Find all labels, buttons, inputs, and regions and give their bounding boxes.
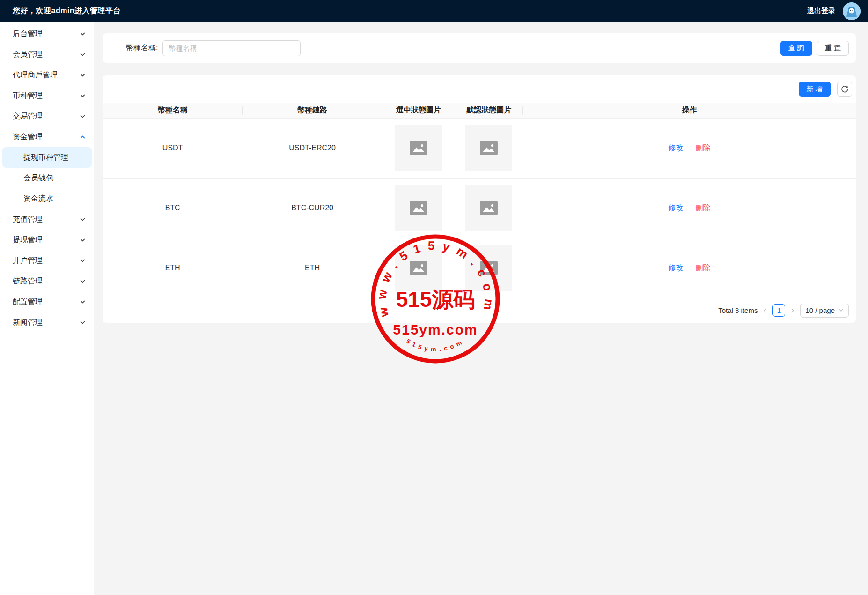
chevron-down-icon bbox=[80, 52, 86, 58]
chevron-left-icon[interactable] bbox=[762, 308, 768, 313]
refresh-button[interactable] bbox=[837, 82, 852, 97]
chevron-down-icon bbox=[80, 237, 86, 243]
image-placeholder-icon bbox=[410, 201, 427, 215]
cell-currency-chain: ETH bbox=[243, 238, 382, 298]
main-content: 幣種名稱: 查 詢 重 置 新 增 幣種名稱 幣種鏈路 選中狀態圖片 bbox=[94, 22, 868, 595]
cell-currency-name: BTC bbox=[103, 178, 243, 238]
currency-table: 幣種名稱 幣種鏈路 選中狀態圖片 默認狀態圖片 操作 USDT USDT-ERC… bbox=[103, 103, 856, 298]
image-placeholder-icon bbox=[480, 141, 498, 155]
chevron-down-icon bbox=[80, 113, 86, 119]
header-actions: 操作 bbox=[523, 103, 856, 118]
sidebar-subitem-fund-flow[interactable]: 资金流水 bbox=[0, 188, 94, 209]
query-button[interactable]: 查 詢 bbox=[780, 41, 812, 56]
chevron-right-icon[interactable] bbox=[790, 308, 795, 313]
sidebar-item-account-open[interactable]: 开户管理 bbox=[0, 250, 94, 271]
selected-image-placeholder bbox=[395, 245, 442, 291]
image-placeholder-icon bbox=[480, 261, 498, 275]
pagination: Total 3 items 1 10 / page bbox=[103, 298, 856, 323]
chevron-up-icon bbox=[80, 134, 86, 140]
navbar-right: 退出登录 bbox=[807, 2, 861, 20]
delete-link[interactable]: 刪除 bbox=[695, 203, 710, 213]
image-placeholder-icon bbox=[410, 261, 427, 275]
sidebar-item-news[interactable]: 新闻管理 bbox=[0, 312, 94, 333]
sidebar-item-agents[interactable]: 代理商戶管理 bbox=[0, 65, 94, 85]
chevron-down-icon bbox=[80, 216, 86, 223]
sidebar-item-backend[interactable]: 后台管理 bbox=[0, 23, 94, 44]
cell-currency-name: ETH bbox=[103, 238, 243, 298]
edit-link[interactable]: 修改 bbox=[668, 143, 683, 153]
search-actions: 查 詢 重 置 bbox=[780, 41, 849, 56]
sidebar-item-config[interactable]: 配置管理 bbox=[0, 291, 94, 312]
add-button[interactable]: 新 增 bbox=[799, 82, 831, 97]
image-placeholder-icon bbox=[410, 141, 427, 155]
image-placeholder-icon bbox=[480, 201, 498, 215]
selected-image-placeholder bbox=[395, 125, 442, 171]
table-panel: 新 增 幣種名稱 幣種鏈路 選中狀態圖片 默認狀態圖片 操作 bbox=[103, 75, 856, 323]
delete-link[interactable]: 刪除 bbox=[695, 143, 710, 153]
pagination-total: Total 3 items bbox=[718, 306, 758, 314]
header-selected-image: 選中狀態圖片 bbox=[382, 103, 455, 118]
cell-currency-chain: BTC-CUR20 bbox=[243, 178, 382, 238]
selected-image-placeholder bbox=[395, 185, 442, 231]
table-header-row: 幣種名稱 幣種鏈路 選中狀態圖片 默認狀態圖片 操作 bbox=[103, 103, 856, 118]
page-size-select[interactable]: 10 / page bbox=[800, 304, 849, 318]
header-default-image: 默認狀態圖片 bbox=[455, 103, 523, 118]
default-image-placeholder bbox=[465, 125, 512, 171]
chevron-down-icon bbox=[80, 320, 86, 326]
top-navbar: 您好，欢迎admin进入管理平台 退出登录 bbox=[0, 0, 868, 22]
default-image-placeholder bbox=[465, 185, 512, 231]
cell-currency-chain: USDT-ERC20 bbox=[243, 118, 382, 178]
search-panel: 幣種名稱: 查 詢 重 置 bbox=[103, 33, 856, 63]
sidebar-item-trade[interactable]: 交易管理 bbox=[0, 106, 94, 126]
chevron-down-icon bbox=[80, 72, 86, 78]
table-row: BTC BTC-CUR20 修改 刪除 bbox=[103, 178, 856, 238]
page-number-button[interactable]: 1 bbox=[772, 304, 785, 317]
currency-name-input[interactable] bbox=[162, 40, 301, 56]
sidebar-item-currency[interactable]: 币种管理 bbox=[0, 85, 94, 106]
sidebar-item-withdraw[interactable]: 提现管理 bbox=[0, 230, 94, 250]
table-toolbar: 新 增 bbox=[103, 75, 856, 103]
logout-button[interactable]: 退出登录 bbox=[807, 7, 835, 15]
chevron-down-icon bbox=[80, 299, 86, 305]
reset-button[interactable]: 重 置 bbox=[817, 41, 849, 56]
chevron-down-icon bbox=[839, 308, 844, 313]
sidebar-item-recharge[interactable]: 充值管理 bbox=[0, 209, 94, 230]
sidebar-item-funds[interactable]: 资金管理 bbox=[0, 126, 94, 147]
search-label: 幣種名稱: bbox=[126, 43, 158, 53]
chevron-down-icon bbox=[80, 278, 86, 284]
reload-icon bbox=[841, 85, 849, 93]
cell-currency-name: USDT bbox=[103, 118, 243, 178]
default-image-placeholder bbox=[465, 245, 512, 291]
sidebar-subitem-withdraw-currency[interactable]: 提现币种管理 bbox=[2, 147, 92, 168]
chevron-down-icon bbox=[80, 93, 86, 99]
chevron-down-icon bbox=[80, 258, 86, 264]
sidebar: 后台管理 会员管理 代理商戶管理 币种管理 交易管理 资金管理 提现币种管理 会… bbox=[0, 22, 94, 595]
edit-link[interactable]: 修改 bbox=[668, 263, 683, 273]
chevron-down-icon bbox=[80, 31, 86, 37]
table-row: USDT USDT-ERC20 修改 刪除 bbox=[103, 118, 856, 178]
sidebar-item-chain[interactable]: 链路管理 bbox=[0, 271, 94, 291]
delete-link[interactable]: 刪除 bbox=[695, 263, 710, 273]
header-currency-chain: 幣種鏈路 bbox=[243, 103, 382, 118]
table-row: ETH ETH 修改 刪除 bbox=[103, 238, 856, 298]
sidebar-item-members[interactable]: 会员管理 bbox=[0, 44, 94, 65]
user-avatar-icon[interactable] bbox=[843, 2, 861, 20]
sidebar-subitem-member-wallet[interactable]: 会员钱包 bbox=[0, 168, 94, 188]
welcome-title: 您好，欢迎admin进入管理平台 bbox=[13, 6, 121, 16]
edit-link[interactable]: 修改 bbox=[668, 203, 683, 213]
header-currency-name: 幣種名稱 bbox=[103, 103, 243, 118]
